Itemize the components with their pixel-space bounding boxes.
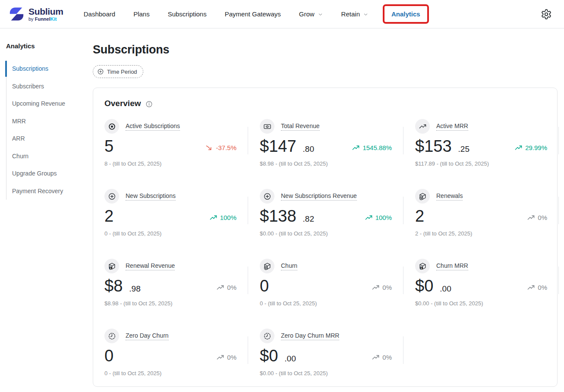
metric-subtext: $0.00 - (till to Oct 25, 2025) xyxy=(260,370,415,376)
metric-card-new-subscriptions-revenue: New Subscriptions Revenue $138.82 100% $… xyxy=(260,189,415,237)
metric-label[interactable]: Renewal Revenue xyxy=(126,262,175,270)
sidebar-item-label: MRR xyxy=(12,118,26,125)
app-logo: Sublium by FunnelKit xyxy=(9,6,63,22)
annotation-highlight-box: Analytics xyxy=(383,4,429,24)
gear-icon[interactable] xyxy=(541,9,552,20)
sidebar-item-subscriptions[interactable]: Subscriptions xyxy=(6,60,93,78)
info-icon[interactable] xyxy=(145,100,153,108)
brand-name: Sublium xyxy=(28,7,63,16)
metric-change: 0% xyxy=(527,284,547,291)
nav-item-retain[interactable]: Retain xyxy=(332,6,378,22)
nav-item-analytics[interactable]: Analytics xyxy=(391,10,420,18)
metric-value: 2 xyxy=(104,206,120,229)
trend-up-arrow-icon xyxy=(217,354,224,361)
metric-change: 0% xyxy=(217,354,236,361)
metric-label[interactable]: Zero Day Churn xyxy=(126,332,169,340)
trend-up-arrow-icon xyxy=(527,284,535,291)
metrics-grid: Active Subscriptions 5 -37.5% 8 - (till … xyxy=(104,119,557,377)
analytics-sidebar: Analytics SubscriptionsSubscribersUpcomi… xyxy=(0,28,93,200)
metric-value: 0 xyxy=(104,346,120,369)
metric-label[interactable]: Churn xyxy=(281,262,297,270)
metric-value: $138.82 xyxy=(260,206,314,229)
sidebar-item-label: Subscribers xyxy=(12,83,44,90)
metric-change: 100% xyxy=(365,214,392,221)
trend-down-arrow-icon xyxy=(205,144,213,151)
metric-change: 29.99% xyxy=(515,144,547,151)
sidebar-item-payment-recovery[interactable]: Payment Recovery xyxy=(6,182,93,200)
nav-item-plans[interactable]: Plans xyxy=(124,6,159,22)
metric-subtext: 0 - (till to Oct 25, 2025) xyxy=(104,370,260,376)
metric-label[interactable]: Renewals xyxy=(436,192,463,201)
metric-change: 0% xyxy=(527,214,547,221)
nav-item-dashboard[interactable]: Dashboard xyxy=(75,6,124,22)
sidebar-item-arr[interactable]: ARR xyxy=(6,130,93,147)
trend-up-arrow-icon xyxy=(210,214,217,221)
main-content: Subscriptions Time Period Overview Activ… xyxy=(93,28,564,387)
metric-subtext: 0 - (till to Oct 25, 2025) xyxy=(104,230,260,237)
nav-item-payment-gateways[interactable]: Payment Gateways xyxy=(216,6,290,22)
metric-change: 0% xyxy=(217,284,236,291)
metric-card-active-subscriptions: Active Subscriptions 5 -37.5% 8 - (till … xyxy=(104,119,260,167)
page-title: Subscriptions xyxy=(93,43,558,56)
sidebar-item-label: Payment Recovery xyxy=(12,188,63,194)
metric-change: -37.5% xyxy=(205,144,236,151)
metric-label[interactable]: Zero Day Churn MRR xyxy=(281,332,339,340)
metric-card-zero-day-churn-mrr: Zero Day Churn MRR $0.00 0% $0.00 - (til… xyxy=(260,329,415,377)
sublium-logo-icon xyxy=(9,6,25,22)
metric-label[interactable]: Churn MRR xyxy=(436,262,468,270)
metric-label[interactable]: Active Subscriptions xyxy=(126,122,180,131)
metric-card-zero-day-churn: Zero Day Churn 0 0% 0 - (till to Oct 25,… xyxy=(104,329,260,377)
metric-card-total-revenue: Total Revenue $147.80 1545.88% $8.98 - (… xyxy=(260,119,415,167)
sidebar-item-label: ARR xyxy=(12,135,25,142)
metric-subtext: 2 - (till to Oct 25, 2025) xyxy=(415,230,564,237)
brand-byline: by FunnelKit xyxy=(28,17,63,22)
sidebar-item-upgrade-groups[interactable]: Upgrade Groups xyxy=(6,165,93,182)
top-navbar: Sublium by FunnelKit DashboardPlansSubsc… xyxy=(0,0,564,28)
metric-subtext: 0 - (till to Oct 25, 2025) xyxy=(260,300,415,307)
chevron-down-icon xyxy=(318,12,323,17)
primary-nav: DashboardPlansSubscriptionsPayment Gatew… xyxy=(75,4,429,24)
trend-up-arrow-icon xyxy=(527,214,535,221)
metric-change: 0% xyxy=(372,354,392,361)
time-period-label: Time Period xyxy=(107,69,137,75)
time-period-button[interactable]: Time Period xyxy=(93,65,143,78)
metric-subtext: $117.89 - (till to Oct 25, 2025) xyxy=(415,160,564,167)
metric-subtext: $8.98 - (till to Oct 25, 2025) xyxy=(104,300,260,307)
metric-card-active-mrr: Active MRR $153.25 29.99% $117.89 - (til… xyxy=(415,119,564,167)
metric-value: $8.98 xyxy=(104,276,141,299)
metric-card-churn: Churn 0 0% 0 - (till to Oct 25, 2025) xyxy=(260,259,415,307)
metric-subtext: $0.00 - (till to Oct 25, 2025) xyxy=(260,230,415,237)
nav-item-subscriptions[interactable]: Subscriptions xyxy=(159,6,216,22)
metric-value: $153.25 xyxy=(415,136,469,159)
metric-subtext: $8.98 - (till to Oct 25, 2025) xyxy=(260,160,415,167)
metric-label[interactable]: New Subscriptions xyxy=(126,192,176,201)
metric-value: $147.80 xyxy=(260,136,314,159)
metric-card-renewals: Renewals 2 0% 2 - (till to Oct 25, 2025) xyxy=(415,189,564,237)
trend-up-arrow-icon xyxy=(352,144,359,151)
sidebar-item-subscribers[interactable]: Subscribers xyxy=(6,78,93,95)
metric-value: $0.00 xyxy=(260,346,296,369)
metric-card-renewal-revenue: $ Renewal Revenue $8.98 0% $8.98 - (till… xyxy=(104,259,260,307)
metric-change: 1545.88% xyxy=(352,144,392,151)
sidebar-item-label: Upgrade Groups xyxy=(12,170,57,177)
sidebar-item-upcoming-revenue[interactable]: Upcoming Revenue xyxy=(6,95,93,113)
trend-up-arrow-icon xyxy=(372,284,379,291)
sidebar-item-label: Churn xyxy=(12,153,28,160)
sidebar-item-churn[interactable]: Churn xyxy=(6,147,93,165)
nav-item-grow[interactable]: Grow xyxy=(290,6,332,22)
chevron-down-icon xyxy=(363,12,369,17)
trend-up-arrow-icon xyxy=(372,354,379,361)
sidebar-item-label: Subscriptions xyxy=(12,65,48,72)
overview-heading: Overview xyxy=(104,99,141,108)
metric-subtext: 8 - (till to Oct 25, 2025) xyxy=(104,160,260,167)
sidebar-menu: SubscriptionsSubscribersUpcoming Revenue… xyxy=(6,60,93,200)
trend-up-arrow-icon xyxy=(365,214,372,221)
metric-value: 2 xyxy=(415,206,431,229)
sidebar-item-label: Upcoming Revenue xyxy=(12,100,65,107)
sidebar-heading: Analytics xyxy=(6,42,93,50)
trend-up-arrow-icon xyxy=(515,144,522,151)
metric-value: $0.00 xyxy=(415,276,451,299)
metric-card-new-subscriptions: New Subscriptions 2 100% 0 - (till to Oc… xyxy=(104,189,260,237)
overview-card: Overview Active Subscriptions 5 -37.5% 8… xyxy=(93,88,558,387)
sidebar-item-mrr[interactable]: MRR xyxy=(6,113,93,130)
